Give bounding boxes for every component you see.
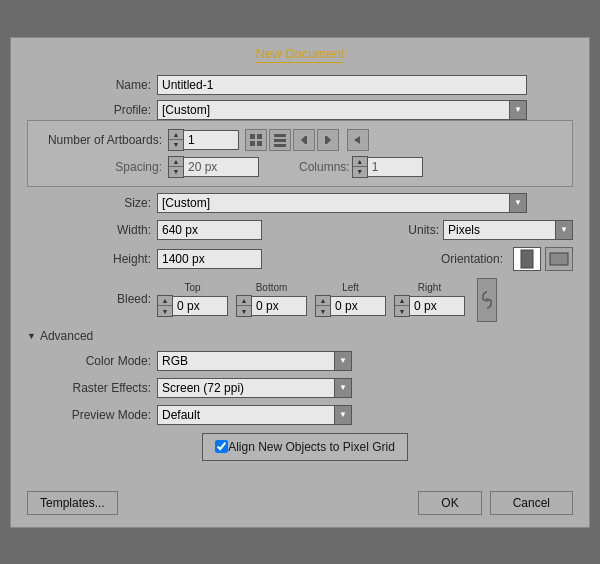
bleed-left: Left ▲ ▼	[315, 282, 386, 317]
bleed-bottom-up[interactable]: ▲	[237, 296, 251, 306]
svg-rect-0	[250, 134, 255, 139]
preview-mode-select[interactable]: Default Pixel Overprint	[157, 405, 352, 425]
spacing-label: Spacing:	[38, 160, 168, 174]
height-label: Height:	[27, 252, 157, 266]
bleed-top-up[interactable]: ▲	[158, 296, 172, 306]
svg-rect-2	[250, 141, 255, 146]
dialog-title: New Document	[11, 38, 589, 67]
columns-down-btn[interactable]: ▼	[353, 167, 367, 177]
color-mode-label: Color Mode:	[37, 354, 157, 368]
svg-rect-4	[274, 134, 286, 137]
units-select-wrapper: Pixels Inches Millimeters ▼	[443, 220, 573, 240]
advanced-label: Advanced	[40, 329, 93, 343]
name-label: Name:	[27, 78, 157, 92]
bleed-bottom-label: Bottom	[256, 282, 288, 293]
templates-button[interactable]: Templates...	[27, 491, 118, 515]
pixel-grid-label: Align New Objects to Pixel Grid	[228, 440, 395, 454]
num-artboards-spinner-btns: ▲ ▼	[168, 129, 184, 151]
profile-label: Profile:	[27, 103, 157, 117]
height-input[interactable]	[157, 249, 262, 269]
bleed-left-down[interactable]: ▼	[316, 306, 330, 316]
cancel-button[interactable]: Cancel	[490, 491, 573, 515]
bleed-bottom-down[interactable]: ▼	[237, 306, 251, 316]
arrange-move-btn[interactable]	[347, 129, 369, 151]
width-input[interactable]	[157, 220, 262, 240]
size-select[interactable]: [Custom] Letter A4	[157, 193, 527, 213]
advanced-header[interactable]: ▼ Advanced	[27, 329, 573, 343]
color-mode-row: Color Mode: RGB CMYK ▼	[37, 351, 573, 371]
landscape-btn[interactable]	[545, 247, 573, 271]
svg-marker-9	[327, 136, 331, 144]
pixel-grid-box: Align New Objects to Pixel Grid	[202, 433, 408, 461]
bleed-left-label: Left	[342, 282, 359, 293]
bleed-left-btns: ▲ ▼	[315, 295, 331, 317]
arrange-row-btn[interactable]	[269, 129, 291, 151]
bleed-bottom: Bottom ▲ ▼	[236, 282, 307, 317]
arrange-right-btn[interactable]	[317, 129, 339, 151]
new-document-dialog: New Document Name: Profile: [Custom] Pri…	[10, 37, 590, 528]
ok-button[interactable]: OK	[418, 491, 481, 515]
link-icon	[481, 290, 493, 310]
bleed-right: Right ▲ ▼	[394, 282, 465, 317]
name-input[interactable]	[157, 75, 527, 95]
spacing-input[interactable]	[184, 157, 259, 177]
pixel-grid-wrapper: Align New Objects to Pixel Grid	[37, 433, 573, 461]
size-label: Size:	[27, 196, 157, 210]
num-artboards-up-btn[interactable]: ▲	[169, 130, 183, 140]
spacing-columns-row: Spacing: ▲ ▼ Columns: ▲ ▼	[38, 156, 562, 178]
columns-label: Columns:	[299, 160, 350, 174]
color-mode-select[interactable]: RGB CMYK	[157, 351, 352, 371]
orientation-group: Orientation:	[441, 247, 573, 271]
preview-mode-label: Preview Mode:	[37, 408, 157, 422]
num-artboards-down-btn[interactable]: ▼	[169, 140, 183, 150]
profile-select[interactable]: [Custom] Print Web Mobile	[157, 100, 527, 120]
bottom-buttons: Templates... OK Cancel	[11, 481, 589, 527]
arrange-grid-btn[interactable]	[245, 129, 267, 151]
bleed-top-label: Top	[184, 282, 200, 293]
spacing-up-btn[interactable]: ▲	[169, 157, 183, 167]
width-label: Width:	[27, 223, 157, 237]
portrait-btn[interactable]	[513, 247, 541, 271]
raster-effects-label: Raster Effects:	[37, 381, 157, 395]
columns-spinner: ▲ ▼	[352, 156, 423, 178]
bleed-left-input[interactable]	[331, 296, 386, 316]
preview-mode-row: Preview Mode: Default Pixel Overprint ▼	[37, 405, 573, 425]
bleed-top-spinner: ▲ ▼	[157, 295, 228, 317]
bleed-right-input[interactable]	[410, 296, 465, 316]
columns-up-btn[interactable]: ▲	[353, 157, 367, 167]
columns-input[interactable]	[368, 157, 423, 177]
bleed-right-down[interactable]: ▼	[395, 306, 409, 316]
bleed-left-spinner: ▲ ▼	[315, 295, 386, 317]
units-group: Units: Pixels Inches Millimeters ▼	[408, 220, 573, 240]
portrait-icon	[519, 249, 535, 269]
spacing-down-btn[interactable]: ▼	[169, 167, 183, 177]
bleed-label: Bleed:	[27, 278, 157, 306]
units-label: Units:	[408, 223, 439, 237]
bleed-top-down[interactable]: ▼	[158, 306, 172, 316]
arrange-left-btn[interactable]	[293, 129, 315, 151]
bleed-right-spinner: ▲ ▼	[394, 295, 465, 317]
bleed-right-btns: ▲ ▼	[394, 295, 410, 317]
bleed-right-up[interactable]: ▲	[395, 296, 409, 306]
units-select[interactable]: Pixels Inches Millimeters	[443, 220, 573, 240]
pixel-grid-checkbox[interactable]	[215, 440, 228, 453]
bleed-top: Top ▲ ▼	[157, 282, 228, 317]
bleed-link-btn[interactable]	[477, 278, 497, 322]
svg-rect-5	[274, 139, 286, 142]
profile-select-wrapper: [Custom] Print Web Mobile ▼	[157, 100, 527, 120]
svg-rect-1	[257, 134, 262, 139]
bleed-left-up[interactable]: ▲	[316, 296, 330, 306]
num-artboards-input[interactable]	[184, 130, 239, 150]
advanced-content: Color Mode: RGB CMYK ▼ Raster Effects:	[27, 351, 573, 461]
spacing-spinner-btns: ▲ ▼	[168, 156, 184, 178]
svg-marker-7	[301, 136, 305, 144]
bleed-top-btns: ▲ ▼	[157, 295, 173, 317]
num-artboards-row: Number of Artboards: ▲ ▼	[38, 129, 562, 151]
name-row: Name:	[27, 75, 573, 95]
landscape-icon	[549, 251, 569, 267]
bleed-bottom-input[interactable]	[252, 296, 307, 316]
raster-effects-select[interactable]: Screen (72 ppi) Medium (150 ppi) High (3…	[157, 378, 352, 398]
bleed-top-input[interactable]	[173, 296, 228, 316]
artboards-section: Number of Artboards: ▲ ▼	[27, 120, 573, 187]
height-orientation-row: Height: Orientation:	[27, 247, 573, 271]
